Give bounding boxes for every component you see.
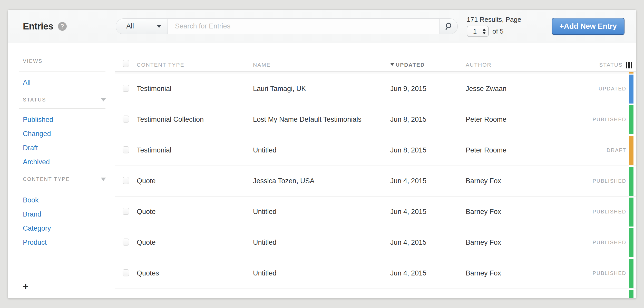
row-checkbox[interactable] [123,239,129,245]
sidebar-item-draft[interactable]: Draft [23,143,115,152]
search-input[interactable] [168,18,440,34]
table-row[interactable]: Testimonial Collection Lost My Name Defa… [115,104,636,135]
cell-author: Barney Fox [466,239,501,246]
entries-table: CONTENT TYPE NAME UPDATED AUTHOR STATUS [115,43,636,299]
row-checkbox[interactable] [123,208,129,215]
row-checkbox[interactable] [123,177,129,184]
column-header-author[interactable]: AUTHOR [466,62,492,68]
status-badge: PUBLISHED [593,178,626,184]
chevron-down-icon [157,25,161,28]
cell-author: Barney Fox [466,208,501,215]
cell-name: Untitled [253,208,277,215]
column-header-status[interactable]: STATUS [599,62,623,68]
cell-author: Peter Roome [466,146,506,154]
content-type-group-label: CONTENT TYPE [23,176,70,183]
search-bar: All [116,18,458,34]
table-row[interactable]: Quote Jessica Tozen, USA Jun 4, 2015 Bar… [115,166,636,197]
collapse-triangle-icon [101,98,106,101]
sidebar-item-all[interactable]: All [23,78,115,87]
page-of-label: of 5 [492,27,503,35]
status-strip [629,228,633,257]
page-title: Entries [23,21,53,32]
cell-author: Jesse Zwaan [466,85,506,93]
sidebar-item-changed[interactable]: Changed [23,129,115,138]
cell-name: Untitled [253,239,277,246]
cell-author: Barney Fox [466,269,501,277]
stepper-arrows-icon[interactable] [483,28,486,34]
sidebar-item-archived[interactable]: Archived [23,158,115,166]
cell-updated: Jun 8, 2015 [390,116,426,123]
header-shadow-band [115,71,636,74]
pagination: 171 Results, Page 1 of 5 [467,16,521,37]
table-row[interactable] [115,289,636,299]
cell-content-type: Testimonial [137,85,171,93]
table-body: Testimonial Lauri Tamagi, UK Jun 9, 2015… [115,74,636,299]
cell-content-type: Testimonial [137,146,171,154]
divider [19,108,105,109]
status-strip [629,105,633,134]
status-strip [629,167,633,196]
sidebar-item-book[interactable]: Book [23,196,115,204]
results-count: 171 Results, Page [467,16,521,24]
sidebar-group-status[interactable]: STATUS [23,96,106,103]
status-group-label: STATUS [23,96,46,103]
row-checkbox[interactable] [123,269,129,276]
content-type-filter-dropdown[interactable]: All [116,18,168,34]
sidebar-item-category[interactable]: Category [23,224,115,233]
cell-content-type: Testimonial Collection [137,116,204,123]
select-all-checkbox[interactable] [123,60,129,67]
title-group: Entries ? [23,21,116,32]
sidebar-item-brand[interactable]: Brand [23,210,115,219]
status-strip [629,290,633,299]
page-number-value[interactable]: 1 [467,27,483,35]
cell-content-type: Quote [137,177,156,185]
search-icon [444,22,453,31]
table-header-row: CONTENT TYPE NAME UPDATED AUTHOR STATUS [115,43,636,71]
cell-updated: Jun 9, 2015 [390,85,426,93]
filter-dropdown-value: All [126,22,134,30]
divider [19,71,105,71]
cell-name: Lost My Name Default Testimonials [253,116,362,123]
row-checkbox[interactable] [123,85,129,92]
sort-desc-icon [390,63,394,66]
cell-updated: Jun 4, 2015 [390,177,426,185]
status-strip [629,259,633,288]
table-row[interactable]: Quotes Untitled Jun 4, 2015 Barney Fox P… [115,258,636,289]
row-checkbox[interactable] [123,146,129,153]
add-new-entry-button[interactable]: +Add New Entry [552,18,625,35]
column-header-content-type[interactable]: CONTENT TYPE [137,62,184,68]
cell-content-type: Quote [137,208,156,215]
entries-panel: Entries ? All 171 Results, Page 1 [8,9,636,299]
page-number-stepper[interactable]: 1 [467,26,489,37]
collapse-triangle-icon [101,178,106,181]
sidebar-group-content-type[interactable]: CONTENT TYPE [23,176,106,183]
add-view-button[interactable]: + [23,282,28,290]
content-area: VIEWS All STATUS Published Changed Draft… [8,43,636,299]
table-row[interactable]: Quote Untitled Jun 4, 2015 Barney Fox PU… [115,197,636,227]
status-badge: UPDATED [599,86,626,91]
table-row[interactable]: Testimonial Lauri Tamagi, UK Jun 9, 2015… [115,74,636,104]
help-icon[interactable]: ? [58,22,67,31]
status-badge: DRAFT [607,147,626,153]
status-strip [629,136,633,165]
table-row[interactable]: Quote Untitled Jun 4, 2015 Barney Fox PU… [115,227,636,258]
status-strip [629,75,633,104]
sidebar-item-product[interactable]: Product [23,238,115,247]
views-label: VIEWS [23,57,115,65]
status-badge: PUBLISHED [593,240,626,245]
column-header-name[interactable]: NAME [253,62,271,68]
cell-name: Jessica Tozen, USA [253,177,315,185]
table-row[interactable]: Testimonial Untitled Jun 8, 2015 Peter R… [115,135,636,166]
cell-updated: Jun 4, 2015 [390,208,426,215]
divider [19,189,105,189]
sidebar: VIEWS All STATUS Published Changed Draft… [8,43,115,299]
row-checkbox[interactable] [123,116,129,122]
status-strip [629,198,633,227]
column-header-updated[interactable]: UPDATED [390,62,425,68]
search-button[interactable] [440,18,458,34]
cell-content-type: Quotes [137,269,159,277]
column-settings-icon[interactable] [626,62,632,68]
cell-updated: Jun 8, 2015 [390,146,426,154]
sidebar-item-published[interactable]: Published [23,115,115,124]
cell-updated: Jun 4, 2015 [390,269,426,277]
